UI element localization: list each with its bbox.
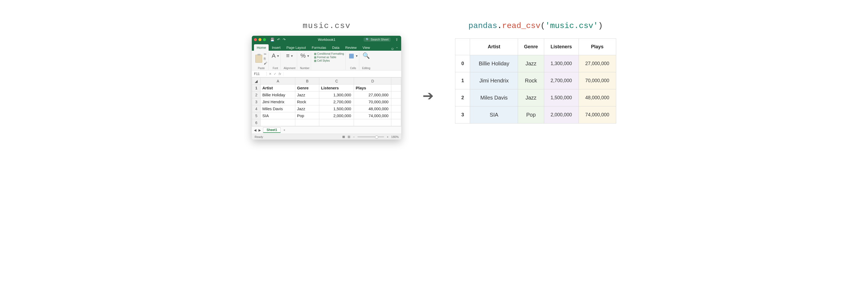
next-sheet-icon[interactable]: ▶ xyxy=(258,128,261,132)
row-header[interactable]: 5 xyxy=(252,112,260,119)
format-as-table-button[interactable]: Format as Table xyxy=(314,56,336,59)
dropdown-icon[interactable]: ▾ xyxy=(277,54,279,58)
cell[interactable]: Genre xyxy=(295,85,319,92)
cell[interactable]: Plays xyxy=(354,85,391,92)
col-header-b[interactable]: B xyxy=(295,77,319,85)
tab-review[interactable]: Review xyxy=(342,44,359,51)
row-header[interactable]: 4 xyxy=(252,105,260,112)
font-icon[interactable]: A xyxy=(272,52,276,59)
cell[interactable]: Miles Davis xyxy=(260,105,295,112)
df-index: 0 xyxy=(455,55,470,72)
cell[interactable]: Listeners xyxy=(319,85,354,92)
col-header-c[interactable]: C xyxy=(319,77,354,85)
conditional-formatting-button[interactable]: Conditional Formatting xyxy=(314,52,344,55)
df-index: 2 xyxy=(455,89,470,106)
cells-icon[interactable]: ▦ xyxy=(349,52,354,59)
cell[interactable] xyxy=(391,98,401,105)
help-icon[interactable]: ☺ xyxy=(391,47,394,51)
collapse-ribbon-icon[interactable]: ˄ xyxy=(396,47,398,51)
col-header-a[interactable]: A xyxy=(260,77,295,85)
copy-icon[interactable]: ⎘ xyxy=(264,57,267,61)
sheet-tab[interactable]: Sheet1 xyxy=(263,127,280,133)
editing-icon[interactable]: 🔍 xyxy=(363,52,370,59)
paste-icon[interactable] xyxy=(255,55,262,63)
tab-data[interactable]: Data xyxy=(330,44,342,51)
number-icon[interactable]: % xyxy=(300,52,306,59)
row-header[interactable]: 3 xyxy=(252,98,260,105)
tab-page-layout[interactable]: Page Layout xyxy=(284,44,309,51)
cell[interactable]: SIA xyxy=(260,112,295,119)
maximize-icon[interactable] xyxy=(263,38,266,41)
cell[interactable] xyxy=(354,119,391,126)
cell[interactable] xyxy=(260,119,295,126)
df-cell: 1,500,000 xyxy=(544,89,579,106)
code-open-paren: ( xyxy=(540,21,545,30)
df-cell: Billie Holiday xyxy=(470,55,518,72)
cell[interactable]: 48,000,000 xyxy=(354,105,391,112)
cell[interactable]: Jazz xyxy=(295,105,319,112)
dropdown-icon[interactable]: ▾ xyxy=(291,54,293,58)
cell[interactable]: Pop xyxy=(295,112,319,119)
share-icon[interactable]: ⇪ xyxy=(394,37,399,42)
cell[interactable] xyxy=(391,105,401,112)
col-header-d[interactable]: D xyxy=(354,77,391,85)
column-headers: ◢ A B C D xyxy=(252,77,401,85)
tab-insert[interactable]: Insert xyxy=(269,44,283,51)
minimize-icon[interactable] xyxy=(258,38,261,41)
close-icon[interactable] xyxy=(254,38,257,41)
search-input[interactable]: 🔍 Search Sheet xyxy=(364,38,391,42)
col-header-empty[interactable] xyxy=(391,77,401,85)
group-label-font: Font xyxy=(273,67,278,70)
view-page-icon[interactable]: ▥ xyxy=(348,135,350,138)
undo-icon[interactable]: ↶ xyxy=(277,38,280,42)
cell[interactable]: Jazz xyxy=(295,92,319,98)
ribbon-tabs: Home Insert Page Layout Formulas Data Re… xyxy=(252,43,401,51)
table-row: 5 SIA Pop 2,000,000 74,000,000 xyxy=(252,112,401,119)
view-normal-icon[interactable]: ▦ xyxy=(342,135,345,138)
format-painter-icon[interactable]: 🖌 xyxy=(264,61,267,65)
name-box[interactable]: F11 xyxy=(252,72,267,76)
save-icon[interactable]: 💾 xyxy=(270,38,275,42)
redo-icon[interactable]: ↷ xyxy=(283,38,286,42)
cell[interactable]: 1,300,000 xyxy=(319,92,354,98)
tab-view[interactable]: View xyxy=(360,44,373,51)
cell[interactable]: 1,500,000 xyxy=(319,105,354,112)
spreadsheet-grid[interactable]: ◢ A B C D 1 Artist Genre Listeners Plays… xyxy=(252,77,401,126)
zoom-in-icon[interactable]: + xyxy=(387,135,389,138)
cell[interactable]: 27,000,000 xyxy=(354,92,391,98)
cell[interactable]: 2,700,000 xyxy=(319,98,354,105)
cell[interactable]: 2,000,000 xyxy=(319,112,354,119)
cell[interactable] xyxy=(391,85,401,92)
alignment-icon[interactable]: ≡ xyxy=(286,52,289,59)
dropdown-icon[interactable]: ▾ xyxy=(356,54,358,58)
cell[interactable]: Jimi Hendrix xyxy=(260,98,295,105)
cancel-formula-icon[interactable]: ✕ xyxy=(269,72,272,76)
prev-sheet-icon[interactable]: ◀ xyxy=(254,128,256,132)
tab-formulas[interactable]: Formulas xyxy=(309,44,329,51)
zoom-slider[interactable] xyxy=(358,136,384,137)
enter-formula-icon[interactable]: ✓ xyxy=(274,72,276,76)
cell[interactable]: Artist xyxy=(260,85,295,92)
cell[interactable]: 70,000,000 xyxy=(354,98,391,105)
df-corner xyxy=(455,39,470,55)
cell-styles-button[interactable]: Cell Styles xyxy=(314,59,330,62)
zoom-out-icon[interactable]: − xyxy=(353,135,354,138)
row-header[interactable]: 6 xyxy=(252,119,260,126)
cell[interactable] xyxy=(295,119,319,126)
add-sheet-icon[interactable]: ＋ xyxy=(283,128,286,132)
select-all-button[interactable]: ◢ xyxy=(252,77,260,85)
cell[interactable] xyxy=(391,92,401,98)
cell[interactable]: Rock xyxy=(295,98,319,105)
fx-icon[interactable]: fx xyxy=(278,72,281,76)
tab-home[interactable]: Home xyxy=(254,44,269,51)
cell[interactable] xyxy=(319,119,354,126)
cell[interactable]: 74,000,000 xyxy=(354,112,391,119)
cell[interactable]: Billie Holiday xyxy=(260,92,295,98)
df-cell: 2,700,000 xyxy=(544,72,579,89)
row-header[interactable]: 2 xyxy=(252,92,260,98)
cut-icon[interactable]: ✂ xyxy=(264,52,267,56)
cell[interactable] xyxy=(391,119,401,126)
row-header[interactable]: 1 xyxy=(252,85,260,92)
cell[interactable] xyxy=(391,112,401,119)
dropdown-icon[interactable]: ▾ xyxy=(307,54,309,58)
